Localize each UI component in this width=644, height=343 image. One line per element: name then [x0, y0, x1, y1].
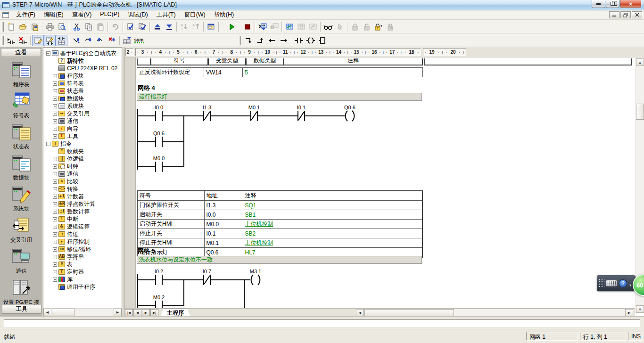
- expand-icon[interactable]: +: [53, 82, 57, 86]
- coil-M3.1[interactable]: M3.1: [250, 269, 261, 285]
- expand-icon[interactable]: +: [53, 119, 57, 123]
- tree-item-30[interactable]: +库: [43, 276, 122, 283]
- sidebar-item-cross-reference[interactable]: 交叉引用: [1, 213, 41, 245]
- tab-main-program[interactable]: 主程序: [160, 309, 190, 317]
- run-button[interactable]: [226, 21, 238, 33]
- contact-M0.0-branch[interactable]: M0.0: [138, 155, 184, 172]
- options-button[interactable]: [205, 21, 217, 33]
- options-arrow-icon[interactable]: ▾: [629, 283, 632, 287]
- menu-item-5[interactable]: 工具(T): [152, 10, 180, 20]
- symbol-table-row-0[interactable]: 门保护限位开关I1.3SQ1: [137, 201, 422, 210]
- expand-icon[interactable]: +: [53, 97, 57, 101]
- tree-item-26[interactable]: +«»移位/循环: [43, 245, 122, 253]
- menu-item-3[interactable]: PLC(P): [96, 10, 124, 20]
- delete-network-button[interactable]: [17, 35, 29, 46]
- tree-item-14[interactable]: +||位逻辑: [43, 155, 122, 163]
- print-preview-button[interactable]: [56, 21, 67, 33]
- tree-item-7[interactable]: +系统块: [43, 102, 122, 110]
- insert-network-button[interactable]: [5, 35, 17, 46]
- expand-icon[interactable]: +: [53, 172, 57, 176]
- scroll-down-button[interactable]: ▼: [636, 305, 644, 313]
- contact-I0.0[interactable]: I0.0: [138, 105, 184, 121]
- toolbar-grip[interactable]: [1, 22, 4, 32]
- tree-item-9[interactable]: +通信: [43, 117, 122, 125]
- line-left-button[interactable]: [266, 35, 278, 46]
- scroll-right-button[interactable]: ▶: [625, 309, 633, 317]
- keyboard-icon[interactable]: [606, 280, 617, 287]
- menu-item-1[interactable]: 编辑(E): [40, 10, 68, 20]
- open-project-button[interactable]: [17, 21, 29, 33]
- menu-item-6[interactable]: 窗口(W): [180, 10, 210, 20]
- minimize-button[interactable]: [592, 0, 605, 8]
- sidebar-item-symbol-table[interactable]: 符号表: [1, 89, 41, 120]
- tree-item-16[interactable]: +通信: [43, 170, 122, 178]
- coil-Q0.6[interactable]: Q0.6: [344, 105, 355, 121]
- expand-icon[interactable]: +: [53, 217, 57, 221]
- mdi-close-button[interactable]: [632, 11, 642, 18]
- upload-button[interactable]: [151, 21, 163, 33]
- tree-item-31[interactable]: 调用子程序: [43, 283, 122, 291]
- tree-item-23[interactable]: +&逻辑运算: [43, 223, 122, 230]
- copy-button[interactable]: [83, 21, 94, 33]
- sidebar-item-system-block[interactable]: 系统块: [1, 182, 41, 213]
- tree-item-25[interactable]: +▸程序控制: [43, 238, 122, 245]
- expand-icon[interactable]: +: [53, 195, 57, 199]
- expand-icon[interactable]: +: [53, 255, 57, 259]
- mdi-minimize-button[interactable]: [609, 11, 619, 18]
- tree-item-21[interactable]: +±I整数计算: [43, 208, 122, 215]
- program-status-button[interactable]: [256, 21, 268, 33]
- stop-button[interactable]: [241, 21, 253, 33]
- expand-icon[interactable]: +: [53, 157, 57, 161]
- toggle-symbol-info-table-button[interactable]: [56, 35, 67, 46]
- tree-item-29[interactable]: +T定时器: [43, 268, 122, 276]
- menu-item-0[interactable]: 文件(F): [12, 10, 40, 20]
- tree-item-17[interactable]: +<比较: [43, 178, 122, 185]
- symbol-table-row-1[interactable]: 启动开关I0.0SB1: [137, 210, 422, 220]
- tree-item-2[interactable]: CPU 224XP REL 02: [43, 65, 122, 72]
- expand-icon[interactable]: +: [53, 180, 57, 184]
- tree-item-27[interactable]: +AB字符串: [43, 253, 122, 261]
- network5-title[interactable]: 网络 5: [138, 247, 155, 255]
- box-button[interactable]: [316, 35, 328, 46]
- delete-element-button[interactable]: [106, 35, 118, 46]
- tree-item-5[interactable]: +状态表: [43, 87, 122, 95]
- tree-item-15[interactable]: +时钟: [43, 163, 122, 170]
- tree-item-4[interactable]: +符号表: [43, 80, 122, 87]
- expand-icon[interactable]: +: [53, 278, 57, 282]
- download-button[interactable]: [163, 21, 175, 33]
- collapse-icon[interactable]: −: [46, 142, 50, 146]
- tools-bar-header[interactable]: 工具: [2, 305, 41, 314]
- tree-item-19[interactable]: ++1计数器: [43, 193, 122, 200]
- drag-handle-icon[interactable]: [599, 278, 604, 288]
- menu-item-4[interactable]: 调试(D): [124, 10, 152, 20]
- scroll-thumb[interactable]: [52, 309, 74, 316]
- help-icon[interactable]: ?: [619, 279, 627, 287]
- sidebar-item-status-table[interactable]: 状态表: [1, 120, 41, 151]
- scroll-right-button[interactable]: ▶: [114, 309, 122, 316]
- insert-row-above-button[interactable]: [71, 35, 83, 46]
- contact-I0.7-nc[interactable]: I0.7: [203, 269, 244, 285]
- tree-item-28[interactable]: +#表: [43, 261, 122, 268]
- tree-item-12[interactable]: −↓指令: [43, 140, 122, 147]
- print-button[interactable]: [44, 21, 56, 33]
- symbolic-addressing-toggle[interactable]: sym: [133, 35, 145, 46]
- expand-icon[interactable]: +: [53, 89, 57, 93]
- scroll-thumb[interactable]: [636, 104, 644, 120]
- toggle-network-comments-button[interactable]: [44, 35, 56, 46]
- expand-icon[interactable]: +: [53, 232, 57, 237]
- coil-button[interactable]: [305, 35, 316, 46]
- scroll-up-button[interactable]: ▲: [636, 58, 644, 66]
- delete-row-button[interactable]: [94, 35, 106, 46]
- sidebar-item-data-block[interactable]: 数据块: [1, 151, 41, 182]
- editor-horizontal-scrollbar[interactable]: ◀ ▶: [356, 309, 633, 317]
- expand-icon[interactable]: +: [53, 112, 57, 116]
- scroll-thumb[interactable]: [364, 309, 454, 317]
- tree-horizontal-scrollbar[interactable]: ◀ ▶: [43, 308, 122, 316]
- expand-icon[interactable]: +: [53, 164, 57, 169]
- tree-item-3[interactable]: +程序块: [43, 72, 122, 80]
- tree-item-11[interactable]: +T工具: [43, 132, 122, 140]
- line-up-button[interactable]: [254, 35, 266, 46]
- restore-button[interactable]: [606, 0, 619, 8]
- close-button[interactable]: ×: [620, 0, 641, 8]
- contact-M0.1-nc[interactable]: M0.1: [248, 105, 298, 121]
